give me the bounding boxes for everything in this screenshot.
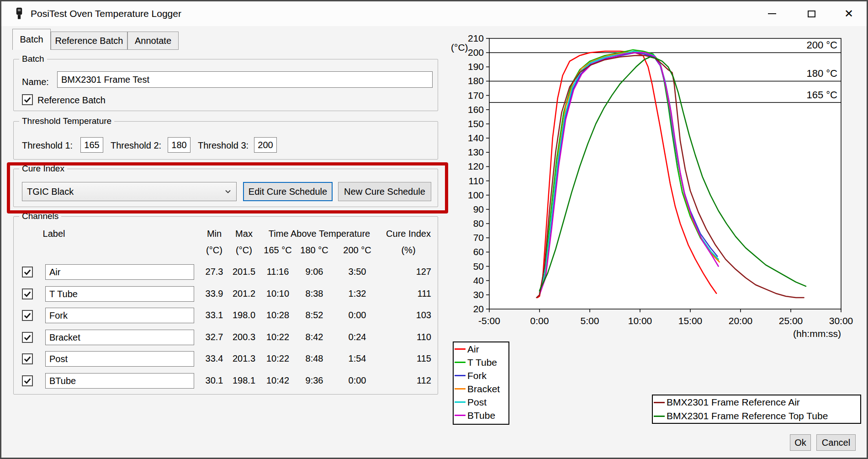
batch-name-input[interactable]: [57, 71, 433, 88]
chevron-down-icon: [224, 188, 232, 195]
channel-time-180: 8:42: [296, 332, 333, 342]
series-line-icon: [455, 415, 466, 416]
table-row: 27.3 201.5 11:16 9:06 3:50 127: [14, 264, 438, 283]
y-tick-label: 190: [468, 61, 484, 72]
series-line-icon: [455, 375, 466, 376]
table-row: 30.1 198.1 10:42 9:36 0:00 112: [14, 373, 438, 391]
threshold-group: Threshold Temperature Threshold 1: Thres…: [13, 121, 438, 160]
channel-time-200: 1:32: [339, 288, 376, 299]
y-tick-label: 150: [468, 118, 484, 129]
channel-checkbox[interactable]: [22, 310, 33, 321]
y-tick-label: 130: [468, 147, 484, 157]
y-tick-label: 70: [473, 232, 484, 243]
y-tick-label: 30: [473, 289, 484, 300]
channel-checkbox[interactable]: [22, 375, 33, 386]
channel-legend: Air T Tube Fork Bracket Post BTube: [453, 342, 509, 425]
legend-item: BMX2301 Frame Reference Air: [653, 395, 860, 409]
threshold-1-label: Threshold 1:: [22, 140, 73, 151]
channel-time-200: 0:00: [339, 310, 376, 320]
legend-item: Post: [454, 395, 508, 409]
channel-label-input[interactable]: [45, 264, 194, 280]
x-tick-label: 25:00: [779, 315, 803, 326]
channel-label-input[interactable]: [45, 330, 194, 345]
channel-checkbox[interactable]: [22, 267, 33, 278]
channel-max: 201.5: [228, 267, 260, 277]
x-tick-label: 20:00: [729, 315, 753, 326]
legend-label: T Tube: [467, 357, 497, 368]
channel-min: 27.3: [198, 267, 230, 277]
y-tick-label: 180: [468, 75, 484, 86]
channel-label-input[interactable]: [45, 286, 194, 302]
channel-min: 33.9: [198, 288, 230, 299]
channel-max: 200.3: [228, 332, 260, 342]
app-window: PosiTest Oven Temperature Logger ✕ Batch…: [0, 0, 868, 459]
check-icon: [23, 333, 32, 342]
channel-time-180: 8:48: [296, 353, 333, 364]
x-tick-label: 10:00: [628, 315, 652, 326]
cancel-button[interactable]: Cancel: [816, 434, 856, 451]
channel-time-165: 10:28: [259, 310, 296, 320]
ok-button[interactable]: Ok: [790, 434, 811, 451]
legend-label: Post: [467, 397, 487, 408]
header-cure-unit: (%): [381, 245, 436, 256]
check-icon: [23, 267, 32, 277]
channel-label-input[interactable]: [45, 351, 194, 367]
threshold-1-input[interactable]: [80, 137, 103, 153]
legend-label: Bracket: [467, 384, 500, 395]
tab-batch[interactable]: Batch: [12, 29, 51, 50]
channel-max: 201.3: [228, 353, 260, 364]
x-tick-label: 0:00: [530, 315, 549, 326]
channel-time-165: 10:10: [259, 288, 296, 299]
minimize-button[interactable]: [760, 4, 784, 23]
header-time-above: Time Above Temperature: [259, 229, 379, 239]
channel-time-200: 3:50: [339, 267, 376, 277]
channel-time-165: 10:42: [259, 375, 296, 386]
threshold-label: 200 °C: [806, 39, 837, 51]
batch-group-label: Batch: [19, 54, 47, 64]
channel-checkbox[interactable]: [22, 288, 33, 299]
channel-label-input[interactable]: [45, 308, 194, 323]
channel-min: 30.1: [198, 375, 230, 386]
channel-time-165: 11:16: [259, 267, 296, 277]
channel-checkbox[interactable]: [22, 353, 33, 364]
threshold-3-label: Threshold 3:: [198, 140, 249, 151]
y-tick-label: 210: [468, 33, 484, 43]
channel-time-200: 0:00: [339, 375, 376, 386]
x-axis-unit-label: (hh:mm:ss): [793, 328, 841, 339]
channel-label-input[interactable]: [45, 373, 194, 389]
threshold-group-label: Threshold Temperature: [19, 116, 114, 126]
app-icon: [13, 7, 25, 20]
reference-batch-checkbox[interactable]: [22, 94, 33, 105]
channel-cure-index: 112: [390, 375, 431, 386]
x-tick-label: -5:00: [478, 315, 500, 326]
y-tick-label: 20: [473, 304, 484, 314]
header-threshold-180: 180 °C: [296, 245, 333, 256]
series-line-icon: [455, 362, 466, 363]
y-tick-label: 80: [473, 218, 484, 229]
temperature-chart: (°C) 20304050607080901001101201301401501…: [449, 28, 866, 343]
maximize-button[interactable]: [799, 4, 824, 23]
new-cure-schedule-button[interactable]: New Cure Schedule: [338, 182, 431, 201]
threshold-2-input[interactable]: [168, 137, 191, 153]
tab-annotate[interactable]: Annotate: [127, 32, 179, 50]
channel-max: 198.0: [228, 310, 260, 320]
channel-time-180: 9:06: [296, 267, 333, 277]
legend-item: T Tube: [454, 356, 508, 369]
channel-time-165: 10:22: [259, 332, 296, 342]
legend-item: Bracket: [454, 382, 508, 395]
channel-checkbox[interactable]: [22, 332, 33, 343]
threshold-3-input[interactable]: [254, 137, 277, 153]
cure-index-group: Cure Index TGIC Black Edit Cure Schedule…: [13, 169, 438, 207]
header-max-unit: (°C): [228, 245, 260, 256]
channel-max: 198.1: [228, 375, 260, 386]
threshold-label: 165 °C: [806, 89, 837, 101]
channel-time-180: 8:52: [296, 310, 333, 320]
edit-cure-schedule-button[interactable]: Edit Cure Schedule: [243, 182, 333, 201]
y-tick-label: 120: [468, 161, 484, 171]
y-tick-label: 90: [473, 204, 484, 214]
close-button[interactable]: ✕: [836, 4, 861, 23]
legend-label: BMX2301 Frame Reference Air: [667, 397, 800, 408]
legend-label: Fork: [467, 370, 487, 381]
cure-schedule-dropdown[interactable]: TGIC Black: [22, 182, 237, 201]
tab-reference-batch[interactable]: Reference Batch: [51, 32, 127, 50]
